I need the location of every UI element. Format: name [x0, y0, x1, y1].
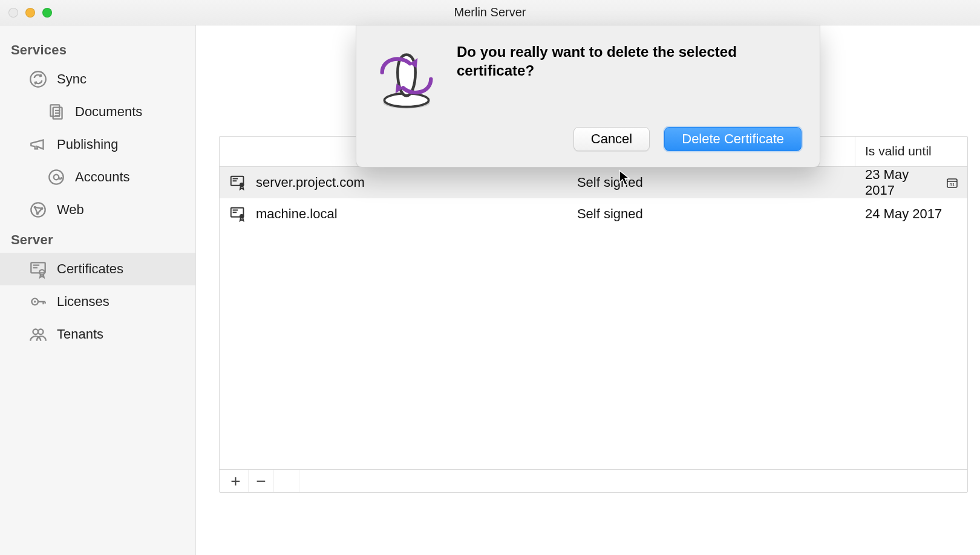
sidebar-section-label: Services [0, 36, 195, 63]
cancel-button[interactable]: Cancel [573, 127, 650, 151]
table-row[interactable]: server.project.com Self signed 23 May 20… [220, 167, 967, 198]
calendar-icon: 31 [947, 177, 958, 188]
svg-point-0 [30, 71, 46, 87]
confirm-dialog: Do you really want to delete the selecte… [356, 25, 820, 167]
svg-point-4 [54, 175, 59, 180]
documents-icon [46, 102, 67, 122]
cell-name: server.project.com [220, 170, 567, 195]
sidebar-item-web[interactable]: Web [0, 193, 195, 226]
cell-name-text: server.project.com [256, 175, 365, 190]
cell-valid-until: 24 May 2017 [855, 201, 967, 227]
megaphone-icon [28, 134, 48, 155]
delete-certificate-button[interactable]: Delete Certificate [664, 127, 802, 151]
cell-date-text: 24 May 2017 [865, 206, 942, 222]
sidebar-item-label: Licenses [57, 294, 109, 310]
sidebar-item-accounts[interactable]: Accounts [0, 161, 195, 193]
table-row[interactable]: machine.local Self signed 24 May 2017 [220, 198, 967, 230]
window-title: Merlin Server [0, 5, 980, 19]
sidebar-item-label: Web [57, 202, 84, 218]
svg-point-14 [38, 329, 44, 335]
dialog-message: Do you really want to delete the selecte… [457, 42, 802, 80]
zoom-window-icon[interactable] [42, 8, 52, 18]
svg-text:31: 31 [950, 182, 955, 187]
titlebar: Merlin Server [0, 0, 980, 25]
sidebar-item-documents[interactable]: Documents [0, 96, 195, 128]
sidebar-item-label: Sync [57, 71, 87, 87]
sidebar-item-tenants[interactable]: Tenants [0, 318, 195, 351]
certificate-icon [229, 175, 247, 190]
at-icon [46, 167, 67, 187]
sidebar-item-label: Publishing [57, 137, 119, 152]
sidebar-item-licenses[interactable]: Licenses [0, 285, 195, 318]
sidebar-item-label: Accounts [75, 169, 130, 185]
sidebar-item-label: Documents [75, 104, 142, 120]
cell-date-text: 23 May 2017 [865, 167, 933, 198]
table-body: server.project.com Self signed 23 May 20… [220, 167, 967, 469]
svg-point-13 [33, 329, 39, 335]
sidebar-section-label: Server [0, 226, 195, 253]
sidebar-item-publishing[interactable]: Publishing [0, 128, 195, 161]
svg-point-20 [240, 214, 244, 219]
sidebar-item-sync[interactable]: Sync [0, 63, 195, 96]
sidebar-item-label: Certificates [57, 261, 123, 277]
content-area: Is valid until server.project.com Self s… [196, 25, 980, 555]
close-window-icon[interactable] [8, 8, 18, 18]
cell-valid-until: 23 May 2017 31 [855, 167, 967, 203]
add-button[interactable]: + [223, 470, 249, 492]
certificates-table: Is valid until server.project.com Self s… [219, 136, 968, 493]
cell-type: Self signed [567, 170, 855, 195]
window-controls [8, 8, 52, 18]
table-footer: + − [220, 469, 967, 492]
cell-name-text: machine.local [256, 206, 338, 222]
merlin-app-icon [373, 45, 440, 111]
cell-type: Self signed [567, 201, 855, 227]
minimize-window-icon[interactable] [25, 8, 35, 18]
svg-point-12 [34, 300, 36, 302]
footer-divider [274, 470, 299, 492]
cell-name: machine.local [220, 201, 567, 227]
svg-point-16 [240, 183, 244, 187]
sidebar-item-certificates[interactable]: Certificates [0, 253, 195, 285]
certificate-icon [28, 259, 48, 279]
users-icon [28, 324, 48, 345]
remove-button[interactable]: − [249, 470, 274, 492]
column-valid-until[interactable]: Is valid until [855, 137, 967, 166]
sync-icon [28, 69, 48, 89]
app-body: Services Sync Documents Publishing Accou… [0, 25, 980, 555]
sidebar: Services Sync Documents Publishing Accou… [0, 25, 196, 555]
key-icon [28, 291, 48, 312]
sidebar-item-label: Tenants [57, 326, 103, 342]
certificate-icon [229, 206, 247, 222]
globe-icon [28, 200, 48, 220]
